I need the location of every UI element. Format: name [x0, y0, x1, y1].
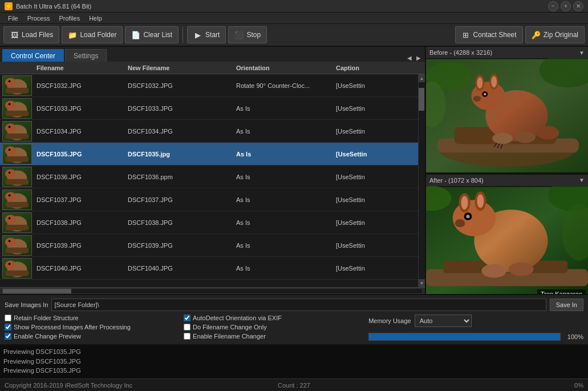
table-row[interactable]: DSCF1040.JPG DSCF1040.JPG As Is [UseSett… — [0, 257, 418, 280]
svg-point-12 — [5, 123, 16, 132]
table-row[interactable]: DSCF1038.JPG DSCF1038.JPG As Is [UseSett… — [0, 211, 418, 234]
table-row[interactable]: DSCF1035.JPG DSCF1035.jpg As Is [UseSett… — [0, 143, 418, 166]
enable-filename-changer-option: Enable Filename Changer — [184, 333, 363, 340]
row-thumb-6 — [0, 211, 34, 234]
menu-help[interactable]: Help — [84, 15, 107, 22]
hscroll-track[interactable] — [2, 288, 423, 294]
row-filename-5: DSCF1037.JPG — [34, 196, 125, 203]
tab-control-center[interactable]: Control Center — [2, 49, 64, 62]
table-row[interactable]: DSCF1034.JPG DSCF1034.JPG As Is [UseSett… — [0, 120, 418, 143]
show-processed-option: Show Processed Images After Processing — [5, 324, 184, 330]
close-button[interactable]: ✕ — [573, 1, 583, 11]
table-row[interactable]: DSCF1033.JPG DSCF1033.JPG As Is [UseSett… — [0, 97, 418, 120]
stop-button[interactable]: ⬛ Stop — [228, 26, 267, 43]
options-col-right: AutoDetect Orientation via EXIF Do Filen… — [184, 315, 363, 341]
row-newfilename-3: DSCF1035.jpg — [125, 151, 234, 158]
tab-arrow-left[interactable]: ◀ — [405, 54, 413, 62]
count-text: Count : 227 — [197, 382, 390, 389]
row-newfilename-7: DSCF1039.JPG — [125, 242, 234, 249]
svg-point-17 — [5, 146, 16, 155]
svg-point-18 — [9, 148, 11, 151]
enable-filename-changer-checkbox[interactable] — [184, 333, 190, 340]
table-row[interactable]: DSCF1036.JPG DSCF1036.ppm As Is [UseSett… — [0, 166, 418, 188]
svg-point-38 — [9, 240, 11, 242]
svg-point-8 — [9, 103, 11, 105]
svg-point-56 — [484, 93, 486, 95]
scroll-up-button[interactable]: ▲ — [419, 74, 425, 82]
menu-process[interactable]: Process — [23, 15, 55, 22]
clear-list-button[interactable]: 📄 Clear List — [125, 26, 179, 43]
hscroll-thumb[interactable] — [3, 289, 71, 293]
table-header: Filename New Filename Orientation Captio… — [0, 62, 425, 74]
table-rows-container[interactable]: DSCF1032.JPG DSCF1032.JPG Rotate 90° Cou… — [0, 74, 418, 287]
row-filename-2: DSCF1034.JPG — [34, 128, 125, 135]
row-newfilename-4: DSCF1036.ppm — [125, 174, 234, 180]
row-filename-0: DSCF1032.JPG — [34, 82, 125, 89]
svg-point-33 — [9, 217, 11, 219]
load-folder-button[interactable]: 📁 Load Folder — [62, 26, 123, 43]
enable-preview-checkbox[interactable] — [5, 333, 11, 340]
show-processed-label: Show Processed Images After Processing — [14, 324, 131, 330]
table-row[interactable]: DSCF1037.JPG DSCF1037.JPG As Is [UseSett… — [0, 188, 418, 211]
zip-original-button[interactable]: 🔑 Zip Original — [525, 26, 585, 43]
options-col-left: Retain Folder Structure Show Processed I… — [5, 315, 184, 341]
tab-settings[interactable]: Settings — [65, 49, 107, 62]
options-row: Retain Folder Structure Show Processed I… — [5, 315, 583, 341]
vertical-scrollbar[interactable]: ▲ ▼ — [418, 74, 425, 287]
row-filename-1: DSCF1033.JPG — [34, 105, 125, 112]
progress-row: 100% — [368, 333, 583, 341]
menu-file[interactable]: File — [3, 15, 23, 22]
row-caption-3: [UseSettin — [334, 151, 379, 158]
save-path-input[interactable] — [51, 299, 546, 311]
save-in-button[interactable]: Save In — [550, 299, 583, 311]
filename-change-only-checkbox[interactable] — [184, 324, 190, 330]
before-preview-image — [426, 58, 588, 174]
thumbnail-1 — [2, 98, 32, 119]
thumbnail-3 — [2, 144, 32, 164]
thumbnail-8 — [2, 258, 32, 279]
before-dropdown-arrow[interactable]: ▼ — [579, 50, 585, 56]
progress-bar-outer — [368, 333, 561, 341]
before-preview-title: Before - (4288 x 3216) — [429, 49, 492, 56]
log-area: Previewing DSCF1035.JPGPreviewing DSCF10… — [0, 344, 588, 378]
before-kangaroo-svg — [426, 58, 588, 174]
maximize-button[interactable]: + — [561, 1, 571, 11]
contact-sheet-button[interactable]: ⊞ Contact Sheet — [455, 26, 523, 43]
left-section: Control Center Settings ◀ ▶ Filename — [0, 47, 425, 294]
load-files-icon: 🖼 — [10, 30, 19, 39]
start-button[interactable]: ▶ Start — [187, 26, 226, 43]
horizontal-scrollbar[interactable] — [0, 287, 425, 294]
retain-folder-checkbox[interactable] — [5, 315, 11, 321]
svg-point-22 — [5, 169, 16, 178]
tabs-bar: Control Center Settings ◀ ▶ — [0, 47, 425, 62]
after-preview-title: After - (1072 x 804) — [429, 177, 484, 184]
stop-icon: ⬛ — [234, 30, 244, 39]
svg-point-52 — [477, 77, 482, 88]
memory-row: Memory Usage Auto Low Medium High — [368, 315, 583, 327]
svg-point-2 — [5, 78, 16, 86]
menu-profiles[interactable]: Profiles — [54, 15, 84, 22]
tab-arrow-right[interactable]: ▶ — [415, 54, 423, 62]
enable-filename-changer-label: Enable Filename Changer — [193, 333, 266, 340]
table-row[interactable]: DSCF1032.JPG DSCF1032.JPG Rotate 90° Cou… — [0, 74, 418, 97]
row-thumb-7 — [0, 234, 34, 257]
load-files-button[interactable]: 🖼 Load Files — [3, 26, 59, 43]
svg-point-80 — [509, 262, 534, 276]
svg-rect-39 — [6, 247, 29, 253]
autodetect-checkbox[interactable] — [184, 315, 190, 321]
minimize-button[interactable]: − — [548, 1, 558, 11]
svg-rect-44 — [6, 270, 29, 276]
contact-sheet-icon: ⊞ — [461, 30, 471, 39]
show-processed-checkbox[interactable] — [5, 324, 11, 330]
after-dropdown-arrow[interactable]: ▼ — [579, 177, 585, 183]
scroll-track[interactable] — [419, 82, 425, 279]
svg-point-75 — [477, 194, 484, 208]
scroll-thumb[interactable] — [419, 88, 424, 111]
scroll-down-button[interactable]: ▼ — [419, 279, 425, 287]
copyright-text: Copyright 2016-2019 iRedSoft Technology … — [5, 382, 197, 389]
memory-usage-select[interactable]: Auto Low Medium High — [415, 315, 472, 327]
table-row[interactable]: DSCF1039.JPG DSCF1039.JPG As Is [UseSett… — [0, 234, 418, 257]
svg-point-79 — [481, 264, 506, 277]
progress-text: 0% — [391, 382, 583, 389]
svg-rect-19 — [6, 156, 29, 162]
